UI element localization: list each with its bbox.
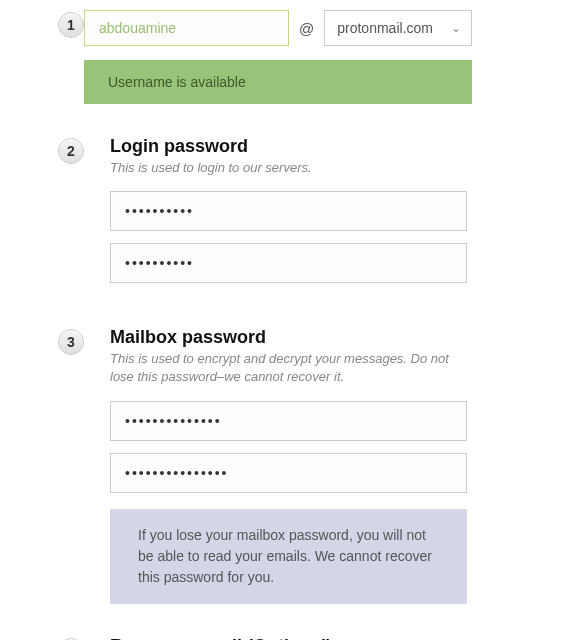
domain-select[interactable]: protonmail.com ⌄ xyxy=(324,10,472,46)
at-symbol: @ xyxy=(299,20,314,37)
recovery-email-title: Recovery email (Optional) xyxy=(110,636,467,640)
username-input[interactable] xyxy=(84,10,289,46)
mailbox-password-input[interactable] xyxy=(110,401,467,441)
step-1-badge: 1 xyxy=(58,12,84,38)
login-password-desc: This is used to login to our servers. xyxy=(110,159,467,177)
mailbox-password-warning: If you lose your mailbox password, you w… xyxy=(110,509,467,604)
recovery-title-text: Recovery email xyxy=(110,636,247,640)
step-2-badge: 2 xyxy=(58,138,84,164)
login-password-input[interactable] xyxy=(110,191,467,231)
mailbox-password-desc: This is used to encrypt and decrypt your… xyxy=(110,350,467,386)
step-3-badge: 3 xyxy=(58,329,84,355)
login-password-title: Login password xyxy=(110,136,467,157)
domain-selected-label: protonmail.com xyxy=(337,20,433,36)
mailbox-password-confirm-input[interactable] xyxy=(110,453,467,493)
login-password-confirm-input[interactable] xyxy=(110,243,467,283)
chevron-down-icon: ⌄ xyxy=(451,21,461,35)
mailbox-password-title: Mailbox password xyxy=(110,327,467,348)
username-available-banner: Username is available xyxy=(84,60,472,104)
recovery-optional-label: (Optional) xyxy=(247,636,332,640)
